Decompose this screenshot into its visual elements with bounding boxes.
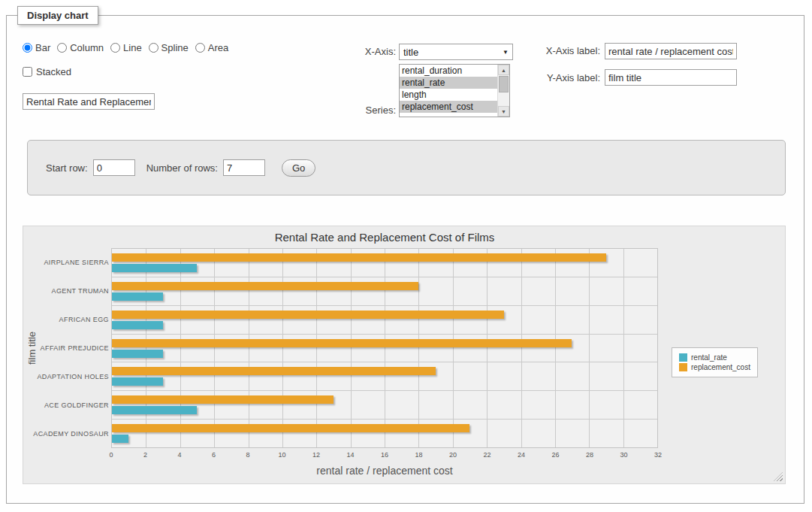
series-option-list: rental_durationrental_ratelengthreplacem… (400, 65, 497, 117)
series-option-rental_rate[interactable]: rental_rate (400, 77, 497, 89)
bar-group (112, 420, 657, 447)
bar-rental_rate (112, 292, 163, 301)
y-category-label: ADAPTATION HOLES (40, 362, 109, 391)
legend-label: rental_rate (691, 353, 727, 362)
bar-group (112, 391, 657, 420)
bar-rental_rate (112, 321, 163, 329)
chart-type-area[interactable]: Area (195, 42, 228, 53)
x-tick-label: 28 (586, 451, 593, 459)
x-axis-select-label: X-Axis: (322, 46, 396, 57)
chart-type-radio-column[interactable] (57, 43, 67, 53)
y-category-label: AIRPLANE SIERRA (40, 248, 109, 277)
chart-type-line[interactable]: Line (110, 42, 142, 53)
chart-type-label: Column (70, 42, 104, 53)
chart-type-radio-spline[interactable] (149, 43, 158, 53)
bar-replacement_cost (112, 367, 436, 375)
x-axis-title: rental rate / replacement cost (111, 465, 658, 477)
chart-type-options: BarColumnLineSplineArea (23, 42, 235, 53)
chart-type-radio-line[interactable] (110, 43, 120, 53)
bar-replacement_cost (112, 339, 572, 347)
series-multiselect[interactable]: rental_durationrental_ratelengthreplacem… (399, 64, 510, 117)
chart-type-bar[interactable]: Bar (23, 42, 50, 53)
bar-replacement_cost (112, 424, 469, 432)
bar-replacement_cost (112, 311, 504, 319)
series-option-rental_duration[interactable]: rental_duration (400, 65, 497, 77)
bar-rental_rate (112, 264, 197, 272)
x-tick-label: 24 (518, 451, 525, 459)
x-tick-label: 4 (177, 451, 181, 459)
panel-title: Display chart (17, 6, 98, 25)
x-tick-label: 2 (143, 451, 147, 459)
bar-group (112, 249, 657, 277)
series-option-length[interactable]: length (400, 89, 497, 101)
x-tick-label: 10 (278, 451, 285, 459)
x-tick-label: 12 (312, 451, 320, 459)
x-axis-label-input[interactable] (605, 43, 737, 59)
display-chart-panel: Display chart BarColumnLineSplineArea St… (6, 15, 804, 504)
series-scrollbar[interactable]: ▲ ▼ (497, 65, 509, 117)
legend-entry: replacement_cost (679, 363, 750, 371)
x-tick-label: 22 (483, 451, 491, 459)
y-axis-title: film title (25, 248, 38, 448)
x-tick-label: 32 (654, 451, 662, 459)
chart-type-label: Bar (35, 42, 50, 53)
chart-container: Rental Rate and Replacement Cost of Film… (23, 226, 786, 484)
legend-swatch-icon (679, 353, 687, 362)
resize-grip-icon[interactable] (774, 472, 783, 481)
bar-rental_rate (112, 435, 128, 443)
stacked-option[interactable]: Stacked (23, 66, 71, 77)
chart-type-label: Line (123, 42, 142, 53)
chart-type-column[interactable]: Column (57, 42, 104, 53)
bar-group (112, 277, 657, 306)
num-rows-input[interactable] (223, 159, 265, 176)
start-row-input[interactable] (93, 159, 135, 176)
chart-title-input[interactable] (23, 93, 155, 110)
chart-type-label: Spline (161, 42, 189, 53)
stacked-label: Stacked (36, 66, 71, 77)
scroll-down-icon[interactable]: ▼ (498, 106, 509, 117)
y-category-label: AGENT TRUMAN (40, 277, 109, 305)
bar-replacement_cost (112, 282, 418, 290)
x-tick-label: 8 (246, 451, 249, 459)
x-tick-label: 20 (449, 451, 457, 459)
x-axis-selected-value: title (403, 47, 418, 58)
x-axis-select[interactable]: title ▼ (399, 44, 513, 60)
stacked-checkbox[interactable] (23, 67, 32, 77)
num-rows-label: Number of rows: (146, 162, 218, 174)
legend-swatch-icon (679, 363, 687, 371)
series-select-label: Series: (322, 105, 396, 116)
chart-legend: rental_ratereplacement_cost (672, 347, 758, 377)
go-button[interactable]: Go (282, 159, 315, 177)
legend-label: replacement_cost (691, 363, 750, 371)
x-tick-label: 26 (551, 451, 559, 459)
x-tick-label: 30 (620, 451, 627, 459)
x-tick-label: 14 (346, 451, 354, 459)
bar-rental_rate (112, 377, 163, 386)
legend-entry: rental_rate (679, 353, 750, 362)
y-category-label: ACE GOLDFINGER (40, 391, 109, 420)
scrollbar-thumb[interactable] (499, 76, 509, 92)
chart-type-radio-bar[interactable] (23, 43, 32, 53)
y-category-label: AFRICAN EGG (40, 305, 109, 334)
chart-type-radio-area[interactable] (195, 43, 205, 53)
start-row-label: Start row: (46, 162, 88, 174)
x-tick-label: 0 (109, 451, 113, 459)
x-axis-label-label: X-Axis label: (516, 45, 600, 56)
series-option-replacement_cost[interactable]: replacement_cost (400, 101, 497, 113)
chart-title: Rental Rate and Replacement Cost of Film… (111, 231, 658, 244)
y-axis-label-input[interactable] (605, 69, 737, 86)
y-axis-labels: AIRPLANE SIERRAAGENT TRUMANAFRICAN EGGAF… (40, 248, 109, 448)
y-axis-label-label: Y-Axis label: (516, 72, 600, 83)
bar-rental_rate (112, 350, 163, 358)
y-category-label: AFFAIR PREJUDICE (40, 334, 109, 362)
chart-type-label: Area (208, 42, 228, 53)
bar-group (112, 362, 657, 391)
scroll-up-icon[interactable]: ▲ (498, 65, 509, 75)
rows-panel: Start row: Number of rows: Go (27, 140, 786, 195)
bar-rental_rate (112, 406, 197, 414)
bar-group (112, 306, 657, 335)
x-axis-ticks: 02468101214161820222426283032 (111, 451, 658, 460)
y-category-label: ACADEMY DINOSAUR (40, 420, 109, 448)
chart-type-spline[interactable]: Spline (149, 42, 189, 53)
bar-replacement_cost (112, 395, 334, 404)
